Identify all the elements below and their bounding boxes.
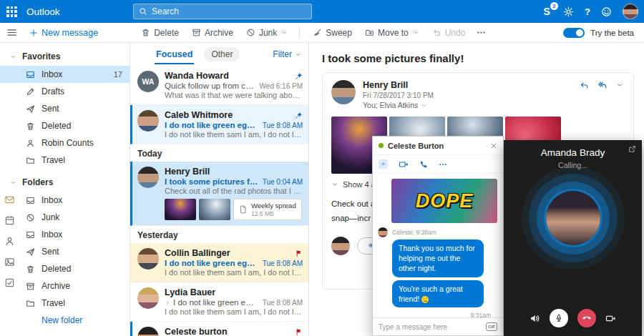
mail-module-icon[interactable] bbox=[4, 194, 15, 205]
attachment-photo-thumb[interactable] bbox=[199, 199, 230, 220]
sidebar-item-deleted[interactable]: Deleted bbox=[0, 117, 130, 134]
chevron-down-icon bbox=[331, 181, 338, 188]
new-message-button[interactable]: New message bbox=[29, 28, 98, 38]
toolbar-divider bbox=[299, 27, 300, 38]
tab-other[interactable]: Other bbox=[204, 47, 240, 61]
call-controls bbox=[504, 309, 642, 327]
move-to-button[interactable]: Move to bbox=[365, 28, 419, 38]
search-icon bbox=[139, 7, 147, 16]
message-row-lydia-bauer[interactable]: Lydia Bauer I do not like green eggs and… bbox=[130, 282, 308, 322]
message-row-celeste-burton[interactable]: Celeste burton bbox=[130, 322, 308, 336]
pop-out-icon[interactable] bbox=[628, 145, 636, 153]
more-options-icon[interactable] bbox=[439, 160, 447, 169]
app-launcher-icon[interactable] bbox=[6, 6, 17, 17]
avatar bbox=[137, 110, 159, 132]
sidebar-folder-travel[interactable]: Travel bbox=[0, 295, 130, 312]
sidebar-folder-archive[interactable]: Archive bbox=[0, 277, 130, 295]
filter-button[interactable]: Filter bbox=[273, 49, 301, 59]
chevron-down-icon[interactable] bbox=[421, 102, 427, 109]
chat-timestamp: 9:31am bbox=[378, 312, 491, 317]
chat-header[interactable]: Celeste Burton bbox=[373, 137, 503, 155]
search-input[interactable] bbox=[152, 6, 306, 16]
chevron-down-icon[interactable] bbox=[616, 81, 623, 89]
attachment-file-card[interactable]: Weekly spread 12.6 MB bbox=[233, 199, 302, 220]
avatar: WA bbox=[137, 71, 159, 92]
folder-sidebar: Favorites Inbox 17 Drafts Sent Deleted R… bbox=[0, 43, 130, 336]
chat-bubble: You're such a great friend! bbox=[392, 280, 484, 307]
tasks-module-icon[interactable] bbox=[4, 277, 15, 288]
plus-icon bbox=[29, 29, 38, 37]
hang-up-button[interactable] bbox=[577, 309, 596, 327]
message-row-henry-brill[interactable]: Henry Brill I took some pictures finally… bbox=[130, 162, 308, 226]
mute-mic-button[interactable] bbox=[550, 309, 568, 327]
help-icon[interactable]: ? bbox=[585, 6, 590, 17]
sidebar-folder-junk[interactable]: Junk bbox=[0, 209, 130, 226]
favorites-section-header[interactable]: Favorites bbox=[0, 43, 130, 66]
skype-icon[interactable]: S2 bbox=[541, 6, 552, 17]
trash-icon bbox=[26, 122, 35, 131]
message-row-wanda-howard[interactable]: WA Wanda Howard Quick follow up from cha… bbox=[130, 66, 308, 105]
trash-icon bbox=[141, 28, 150, 37]
gif-picker-icon[interactable]: GIF bbox=[486, 322, 497, 331]
sidebar-item-inbox[interactable]: Inbox 17 bbox=[0, 66, 130, 83]
gear-icon[interactable] bbox=[563, 6, 574, 17]
sidebar-item-travel[interactable]: Travel bbox=[0, 152, 130, 169]
flag-icon[interactable] bbox=[295, 328, 303, 336]
photos-module-icon[interactable] bbox=[4, 257, 15, 267]
sidebar-item-drafts[interactable]: Drafts bbox=[0, 83, 130, 100]
beta-toggle[interactable] bbox=[563, 28, 585, 38]
tab-focused[interactable]: Focused bbox=[155, 45, 194, 64]
archive-button[interactable]: Archive bbox=[192, 28, 233, 38]
message-row-caleb-whitmore[interactable]: Caleb Whitmore I do not like green eggs … bbox=[130, 105, 308, 144]
sidebar-folder-inbox[interactable]: Inbox bbox=[0, 192, 130, 209]
chevron-down-icon bbox=[281, 29, 288, 36]
video-call-icon[interactable] bbox=[399, 159, 409, 169]
voice-call-icon[interactable] bbox=[419, 160, 428, 169]
reply-icon[interactable] bbox=[580, 81, 589, 90]
more-actions-icon[interactable] bbox=[477, 28, 486, 37]
sidebar-folder-deleted[interactable]: Deleted bbox=[0, 260, 130, 277]
new-folder-button[interactable]: New folder bbox=[0, 312, 130, 329]
feedback-smiley-icon[interactable] bbox=[601, 6, 612, 17]
presence-online-dot bbox=[379, 143, 384, 148]
hamburger-icon[interactable] bbox=[6, 27, 17, 38]
thread-expand-icon[interactable] bbox=[165, 300, 171, 306]
sidebar-folder-sent[interactable]: Sent bbox=[0, 243, 130, 260]
attachment-photo-thumb[interactable] bbox=[165, 199, 196, 220]
message-actions bbox=[580, 80, 623, 90]
people-module-icon[interactable] bbox=[4, 236, 15, 247]
message-row-collin-ballinger[interactable]: Collin Ballinger I do not like green egg… bbox=[130, 243, 308, 282]
chat-window: Celeste Burton DOPE Celeste, 9:28am Than… bbox=[372, 136, 504, 336]
delete-button[interactable]: Delete bbox=[141, 28, 179, 38]
shared-image[interactable]: DOPE bbox=[391, 179, 497, 223]
sweep-button[interactable]: Sweep bbox=[313, 28, 352, 38]
close-icon[interactable] bbox=[490, 142, 497, 149]
junk-button[interactable]: Junk bbox=[246, 28, 288, 38]
camera-icon[interactable] bbox=[605, 313, 616, 324]
chevron-down-icon bbox=[295, 51, 301, 58]
message-subject: I do not like green eggs and bbox=[165, 121, 258, 129]
chevron-down-icon bbox=[10, 54, 16, 60]
sidebar-folder-inbox-2[interactable]: Inbox bbox=[0, 226, 130, 243]
sent-icon bbox=[26, 247, 35, 257]
reply-all-icon[interactable] bbox=[597, 80, 608, 90]
message-preview: I do not like them sam I am, I do not li… bbox=[165, 307, 303, 316]
message-subject: I took some pictures finally! bbox=[165, 177, 258, 186]
sidebar-item-sent[interactable]: Sent bbox=[0, 100, 130, 117]
user-avatar[interactable] bbox=[623, 4, 638, 19]
caller-name: Amanda Brady bbox=[504, 147, 642, 158]
message-subject: Quick follow up from chat bbox=[165, 81, 255, 90]
move-to-icon bbox=[365, 28, 374, 37]
chat-message-input[interactable] bbox=[379, 323, 482, 331]
sidebar-item-robin-counts[interactable]: Robin Counts bbox=[0, 134, 130, 152]
calendar-module-icon[interactable] bbox=[4, 215, 15, 226]
flag-icon[interactable] bbox=[295, 249, 303, 257]
message-sender: Caleb Whitmore bbox=[165, 110, 295, 120]
search-bar[interactable] bbox=[133, 4, 312, 19]
speaker-icon[interactable] bbox=[530, 313, 540, 324]
inbox-icon bbox=[26, 230, 35, 239]
folders-section-header[interactable]: Folders bbox=[0, 169, 130, 192]
add-person-icon[interactable] bbox=[379, 159, 388, 169]
undo-button: Undo bbox=[432, 28, 466, 38]
junk-icon bbox=[246, 28, 255, 37]
